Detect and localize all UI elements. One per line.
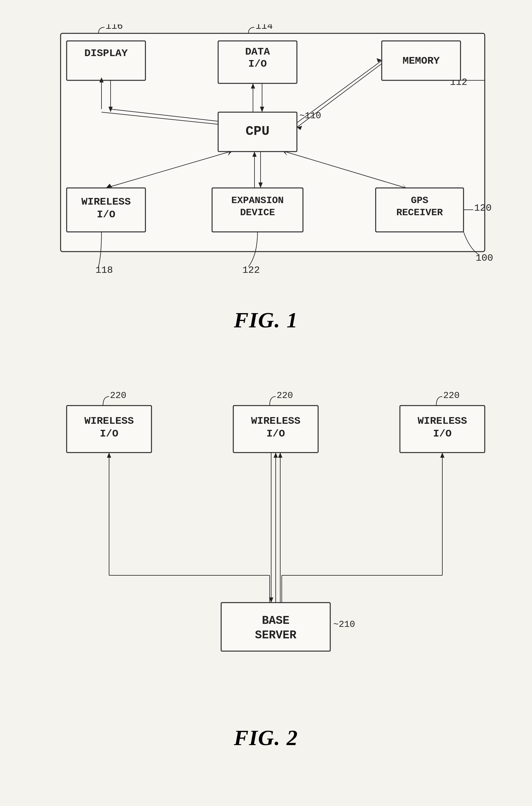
svg-marker-80: [278, 453, 282, 458]
svg-text:I/O: I/O: [97, 209, 115, 220]
svg-text:RECEIVER: RECEIVER: [396, 207, 443, 218]
svg-rect-4: [66, 41, 146, 80]
fig1-container: 116 114 112 DISPLAY DATA I/O MEMORY: [24, 12, 508, 357]
svg-text:~110: ~110: [299, 111, 321, 121]
svg-text:WIRELESS: WIRELESS: [81, 196, 131, 208]
fig2-title: FIG. 2: [42, 725, 490, 751]
svg-text:I/O: I/O: [100, 428, 118, 439]
svg-text:DISPLAY: DISPLAY: [84, 48, 128, 59]
svg-text:120: 120: [474, 203, 492, 214]
svg-text:WIRELESS: WIRELESS: [417, 415, 467, 427]
fig1-title: FIG. 1: [42, 308, 490, 333]
svg-text:I/O: I/O: [433, 428, 451, 439]
svg-text:EXPANSION: EXPANSION: [231, 195, 284, 206]
page: 116 114 112 DISPLAY DATA I/O MEMORY: [24, 12, 508, 775]
svg-text:CPU: CPU: [245, 124, 269, 139]
svg-text:I/O: I/O: [248, 58, 267, 70]
svg-text:DATA: DATA: [245, 46, 270, 58]
svg-marker-72: [273, 453, 278, 458]
svg-marker-76: [440, 453, 444, 458]
svg-text:WIRELESS: WIRELESS: [84, 415, 134, 427]
svg-text:I/O: I/O: [266, 428, 285, 439]
svg-text:220: 220: [110, 390, 126, 401]
svg-text:116: 116: [106, 24, 123, 32]
svg-text:114: 114: [255, 24, 273, 32]
svg-text:SERVER: SERVER: [255, 629, 297, 642]
fig1-svg: 116 114 112 DISPLAY DATA I/O MEMORY: [42, 24, 490, 299]
svg-text:MEMORY: MEMORY: [403, 55, 440, 67]
svg-text:BASE: BASE: [262, 614, 289, 627]
svg-text:GPS: GPS: [411, 195, 429, 206]
svg-marker-70: [107, 453, 111, 458]
svg-text:~210: ~210: [333, 619, 355, 630]
svg-text:122: 122: [242, 265, 260, 276]
svg-text:WIRELESS: WIRELESS: [251, 415, 300, 427]
svg-text:DEVICE: DEVICE: [240, 207, 275, 218]
svg-text:118: 118: [95, 265, 113, 276]
svg-text:220: 220: [277, 390, 293, 401]
fig2-container: WIRELESS I/O WIRELESS I/O WIRELESS I/O 2…: [24, 381, 508, 775]
svg-text:220: 220: [443, 390, 460, 401]
